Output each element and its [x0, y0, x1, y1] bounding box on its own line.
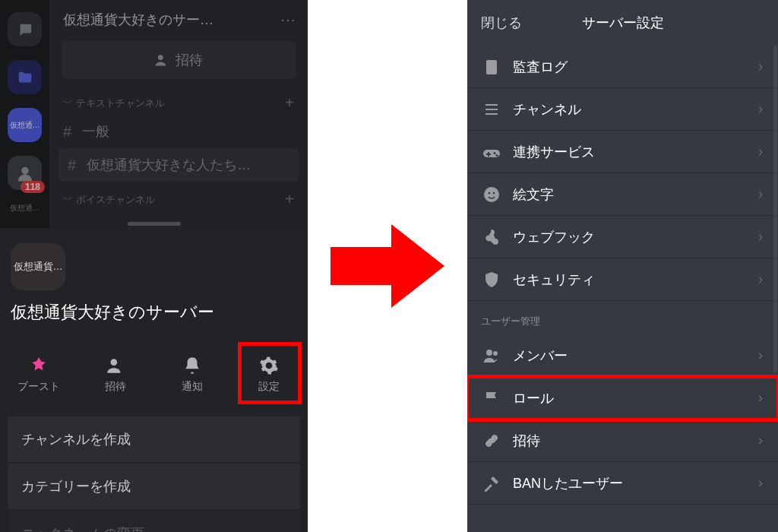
chevron-right-icon: › [758, 101, 763, 117]
chevron-right-icon: › [758, 271, 763, 287]
settings-row-invites[interactable]: 招待 › [467, 420, 778, 462]
svg-point-0 [21, 166, 28, 173]
drawer-server-name: 仮想通貨大好きのサーバー [11, 301, 214, 324]
chevron-right-icon: › [758, 475, 763, 491]
scrollbar[interactable] [773, 46, 777, 372]
channel-list: 仮想通貨大好きのサー… ⋯ 招待 ﹀ テキストチャンネル + # 一般 # 仮想… [49, 0, 308, 228]
svg-point-7 [486, 350, 492, 356]
settings-row-bans[interactable]: BANしたユーザー › [467, 462, 778, 505]
flag-icon [482, 389, 501, 407]
hash-icon: # [68, 157, 76, 174]
tab-boost[interactable]: ブースト [8, 356, 69, 394]
chevron-right-icon: › [758, 432, 763, 448]
settings-row-emoji[interactable]: 絵文字 › [467, 173, 778, 216]
svg-point-4 [484, 187, 499, 202]
svg-point-2 [110, 359, 117, 366]
chevron-right-icon: › [758, 229, 763, 245]
channel-general[interactable]: # 一般 [49, 115, 308, 148]
drawer-action-list: チャンネルを作成 カテゴリーを作成 ニックネームの変更 [8, 416, 300, 532]
settings-row-members[interactable]: メンバー › [467, 334, 778, 377]
add-channel-icon[interactable]: + [285, 94, 294, 112]
settings-header: 閉じる サーバー設定 [467, 0, 778, 46]
panel-server-menu: 仮想通… 118 仮想通… 仮想通貨大好きのサー… ⋯ 招待 ﹀ テキストチャン… [0, 0, 308, 532]
settings-row-security[interactable]: セキュリティ › [467, 258, 778, 301]
drawer-handle[interactable] [128, 222, 181, 226]
svg-point-8 [493, 351, 498, 356]
server-drawer: 仮想通貨… 仮想通貨大好きのサーバー ブースト 招待 通知 設定 [0, 228, 308, 532]
tab-invite-label: 招待 [105, 380, 126, 394]
guild-rail: 仮想通… 118 仮想通… [0, 0, 49, 228]
chevron-right-icon: › [758, 59, 763, 74]
action-change-nickname[interactable]: ニックネームの変更 [8, 511, 300, 532]
unread-badge: 118 [21, 181, 45, 193]
arrow-icon [330, 224, 444, 308]
tab-boost-label: ブースト [17, 380, 60, 394]
settings-row-audit-log[interactable]: 監査ログ › [467, 46, 778, 88]
server-name: 仮想通貨大好きのサー… [63, 11, 274, 29]
guild-current[interactable]: 仮想通… [8, 108, 42, 142]
settings-row-webhooks[interactable]: ウェブフック › [467, 216, 778, 258]
voice-category[interactable]: ﹀ ボイスチャンネル + [49, 182, 308, 211]
tab-invite[interactable]: 招待 [85, 356, 146, 394]
guild-other-label: 仮想通… [10, 204, 40, 212]
shield-icon [482, 271, 501, 289]
emoji-icon [482, 185, 501, 204]
chevron-right-icon: › [758, 186, 763, 202]
chevron-right-icon: › [758, 144, 763, 160]
more-icon[interactable]: ⋯ [274, 11, 296, 29]
settings-row-roles[interactable]: ロール › [467, 377, 778, 420]
svg-marker-3 [330, 224, 444, 308]
webhook-icon [482, 228, 501, 246]
text-category-label: ﹀ テキストチャンネル [63, 97, 165, 110]
link-icon [482, 432, 501, 450]
action-create-channel[interactable]: チャンネルを作成 [8, 416, 300, 462]
invite-button-label: 招待 [176, 51, 203, 69]
channel-long-label: 仮想通貨大好きな人たち… [87, 156, 251, 174]
channel-long[interactable]: # 仮想通貨大好きな人たち… [59, 148, 299, 182]
guild-dm-icon[interactable] [8, 12, 42, 46]
tab-notify[interactable]: 通知 [162, 356, 223, 394]
chevron-right-icon: › [758, 347, 763, 363]
voice-category-label: ﹀ ボイスチャンネル [63, 193, 155, 207]
panel-server-settings: 閉じる サーバー設定 監査ログ › チャンネル › 連携サービス › 絵文字 ›… [467, 0, 778, 532]
members-icon [482, 347, 501, 365]
server-header[interactable]: 仮想通貨大好きのサー… ⋯ [49, 0, 308, 35]
settings-row-integrations[interactable]: 連携サービス › [467, 131, 778, 173]
clipboard-icon [482, 58, 501, 76]
action-create-category[interactable]: カテゴリーを作成 [8, 464, 300, 509]
controller-icon [482, 143, 501, 161]
invite-button[interactable]: 招待 [62, 41, 296, 79]
svg-point-5 [489, 192, 491, 194]
guild-other[interactable]: 118 [8, 156, 42, 190]
guild-folder-icon[interactable] [8, 60, 42, 94]
settings-row-channels[interactable]: チャンネル › [467, 88, 778, 131]
channel-general-label: 一般 [82, 122, 109, 141]
server-chip[interactable]: 仮想通貨… [11, 243, 65, 290]
svg-point-1 [158, 55, 163, 60]
hash-icon: # [63, 123, 71, 141]
close-button[interactable]: 閉じる [481, 14, 522, 32]
list-icon [482, 100, 501, 119]
text-category[interactable]: ﹀ テキストチャンネル + [49, 85, 308, 115]
add-voice-icon[interactable]: + [285, 191, 294, 208]
section-user-mgmt: ユーザー管理 [467, 301, 778, 334]
hammer-icon [482, 474, 501, 492]
tab-notify-label: 通知 [182, 380, 203, 394]
guild-current-label: 仮想通… [10, 120, 40, 131]
chevron-right-icon: › [758, 390, 763, 406]
highlight-settings [238, 342, 302, 404]
svg-point-6 [493, 192, 495, 194]
